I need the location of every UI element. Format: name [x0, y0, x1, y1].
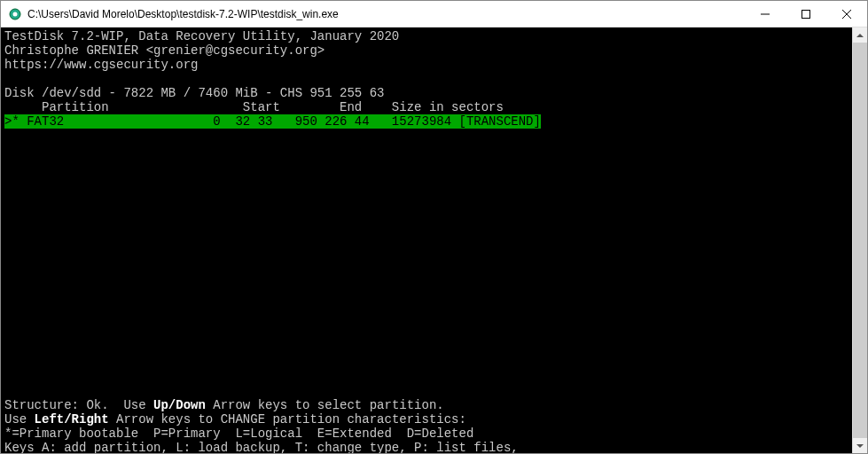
partition-columns: Partition Start End Size in sectors — [4, 100, 504, 114]
header-line3: https://www.cgsecurity.org — [4, 58, 198, 72]
footer-structure: Structure: Ok. Use Up/Down Arrow keys to… — [4, 398, 444, 412]
partition-selected[interactable]: >* FAT32 0 32 33 950 226 44 15273984 [TR… — [4, 114, 541, 129]
minimize-button[interactable] — [745, 1, 786, 27]
window-controls — [745, 1, 867, 27]
footer-keys: Keys A: add partition, L: load backup, T… — [4, 441, 519, 453]
leftright-key: Left/Right — [35, 412, 109, 427]
svg-point-1 — [13, 12, 18, 16]
header-line2: Christophe GRENIER <grenier@cgsecurity.o… — [4, 43, 325, 58]
console-output[interactable]: TestDisk 7.2-WIP, Data Recovery Utility,… — [1, 27, 852, 453]
updown-key: Up/Down — [153, 398, 206, 412]
disk-info: Disk /dev/sdd - 7822 MB / 7460 MiB - CHS… — [4, 86, 384, 100]
svg-marker-6 — [856, 34, 864, 37]
scroll-down-arrow[interactable] — [853, 438, 867, 453]
maximize-button[interactable] — [786, 1, 826, 27]
window-titlebar: C:\Users\David Morelo\Desktop\testdisk-7… — [1, 1, 867, 27]
vertical-scrollbar[interactable] — [852, 27, 867, 453]
scroll-up-arrow[interactable] — [853, 27, 867, 43]
header-line1: TestDisk 7.2-WIP, Data Recovery Utility,… — [4, 29, 399, 43]
scroll-thumb[interactable] — [853, 43, 867, 438]
scroll-track[interactable] — [853, 43, 867, 438]
app-icon — [8, 7, 22, 21]
close-button[interactable] — [826, 1, 867, 27]
footer-legend: *=Primary bootable P=Primary L=Logical E… — [4, 427, 473, 441]
window-title: C:\Users\David Morelo\Desktop\testdisk-7… — [27, 8, 745, 20]
svg-rect-3 — [802, 10, 810, 18]
svg-marker-7 — [856, 444, 864, 448]
footer-use: Use Left/Right Arrow keys to CHANGE part… — [4, 412, 466, 427]
